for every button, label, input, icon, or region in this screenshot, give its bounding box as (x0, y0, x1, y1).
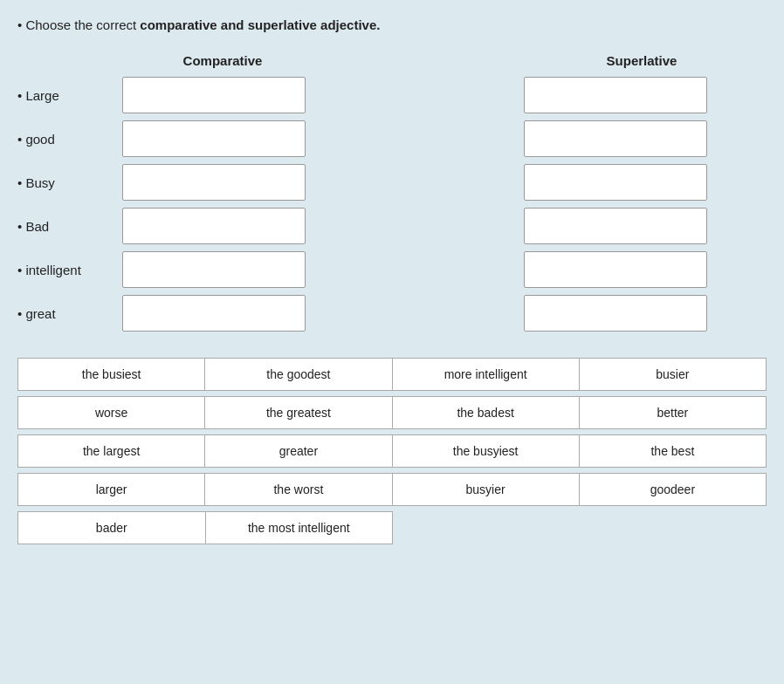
label-good: • good (17, 132, 122, 147)
word-bank: the busiestthe goodestmore intelligentbu… (17, 358, 767, 544)
label-intelligent: • intelligent (17, 263, 122, 277)
word-tile[interactable]: bader (17, 511, 205, 544)
word-tile[interactable]: busier (579, 358, 767, 391)
label-bad: • Bad (17, 219, 122, 234)
word-tile[interactable]: the badest (392, 396, 579, 429)
word-tile[interactable]: busyier (392, 473, 579, 506)
word-row-3: largerthe worstbusyiergoodeer (17, 473, 767, 506)
column-headers: Comparative Superlative (122, 53, 767, 68)
input-intelligent-comparative[interactable] (122, 251, 306, 288)
word-tile[interactable]: greater (204, 434, 391, 468)
exercise-table: Comparative Superlative • Large • good •… (17, 53, 767, 332)
word-tile[interactable]: the busiest (17, 358, 204, 391)
word-tile[interactable]: the greatest (204, 396, 391, 429)
word-row-1: worsethe greatestthe badestbetter (17, 396, 767, 429)
input-busy-comparative[interactable] (122, 164, 306, 201)
instruction-text: Choose the correct (25, 17, 140, 32)
word-tile[interactable]: the most intelligent (205, 511, 394, 544)
row-good: • good (17, 120, 767, 157)
word-row-2: the largestgreaterthe busyiestthe best (17, 434, 767, 468)
word-tile[interactable]: worse (17, 396, 204, 429)
superlative-header: Superlative (541, 53, 742, 68)
row-great: • great (17, 295, 767, 332)
word-tile[interactable]: the busyiest (392, 434, 579, 468)
word-tile[interactable]: larger (17, 473, 204, 506)
input-bad-comparative[interactable] (122, 208, 306, 244)
input-great-comparative[interactable] (122, 295, 306, 332)
input-busy-superlative[interactable] (524, 164, 707, 201)
word-row-0: the busiestthe goodestmore intelligentbu… (17, 358, 767, 391)
comparative-header: Comparative (122, 53, 323, 68)
row-bad: • Bad (17, 208, 767, 244)
input-intelligent-superlative[interactable] (524, 251, 707, 288)
bullet: • (17, 17, 25, 32)
word-tile[interactable]: better (579, 396, 767, 429)
word-tile[interactable]: goodeer (579, 473, 767, 506)
instruction-bold: comparative and superlative adjective. (140, 17, 380, 32)
input-good-superlative[interactable] (524, 120, 707, 157)
row-busy: • Busy (17, 164, 767, 201)
instruction: • Choose the correct comparative and sup… (17, 17, 767, 32)
input-large-comparative[interactable] (122, 77, 306, 113)
label-large: • Large (17, 88, 122, 103)
label-great: • great (17, 306, 122, 321)
word-tile[interactable]: the goodest (204, 358, 391, 391)
input-large-superlative[interactable] (524, 77, 707, 113)
row-intelligent: • intelligent (17, 251, 767, 288)
word-tile[interactable]: the best (579, 434, 767, 468)
word-tile[interactable]: the largest (17, 434, 204, 468)
input-bad-superlative[interactable] (524, 208, 707, 244)
word-tile[interactable]: the worst (204, 473, 391, 506)
input-good-comparative[interactable] (122, 120, 306, 157)
input-great-superlative[interactable] (524, 295, 707, 332)
word-tile[interactable]: more intelligent (392, 358, 579, 391)
word-row-4: baderthe most intelligent (17, 511, 393, 544)
row-large: • Large (17, 77, 767, 113)
label-busy: • Busy (17, 175, 122, 190)
